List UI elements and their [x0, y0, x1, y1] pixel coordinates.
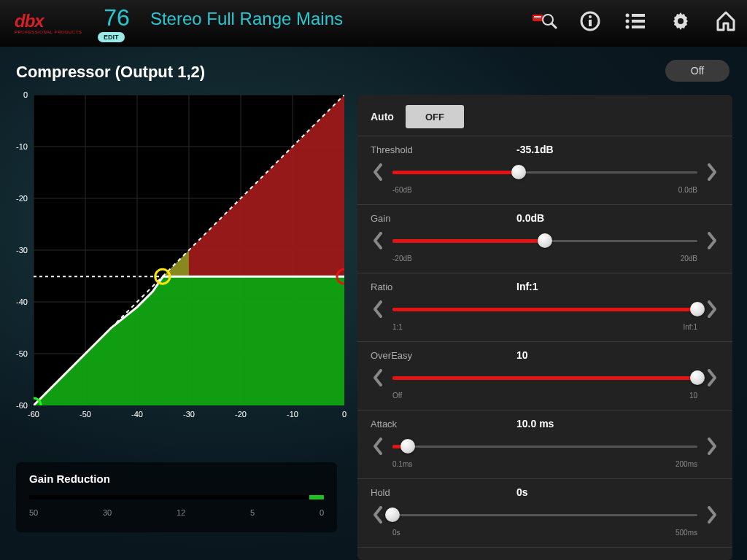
svg-rect-9: [632, 14, 645, 17]
param-min: 0s: [392, 529, 400, 537]
svg-point-12: [626, 26, 630, 29]
param-max: 10: [689, 392, 697, 400]
increment-button[interactable]: [705, 435, 719, 457]
param-name: Hold: [371, 487, 516, 498]
param-value: Inf:1: [516, 281, 538, 292]
preset-title: Stereo Full Range Mains: [150, 9, 343, 29]
param-slider[interactable]: [392, 370, 697, 385]
increment-button[interactable]: [705, 298, 719, 320]
param-max: 0.0dB: [678, 186, 697, 194]
decrement-button[interactable]: [371, 367, 385, 389]
gain-reduction-meter: [29, 495, 324, 499]
y-axis-tick: -20: [13, 194, 28, 203]
param-name: Threshold: [371, 144, 516, 155]
brand-name: dbx: [15, 12, 82, 30]
param-value: 0.0dB: [516, 212, 544, 224]
param-ratio: RatioInf:11:1Inf:1: [357, 273, 732, 342]
info-icon[interactable]: [578, 9, 603, 34]
decrement-button[interactable]: [371, 504, 385, 526]
edit-badge[interactable]: EDIT: [98, 32, 125, 42]
header-icon-group: [533, 9, 738, 34]
increment-button[interactable]: [705, 161, 719, 183]
svg-rect-13: [632, 26, 645, 28]
decrement-button[interactable]: [371, 230, 385, 252]
increment-button[interactable]: [705, 230, 719, 252]
param-value: -35.1dB: [516, 144, 554, 155]
gain-reduction-ticks: 50301250: [29, 508, 324, 517]
svg-rect-1: [534, 16, 541, 17]
param-slider[interactable]: [392, 439, 697, 454]
gear-icon[interactable]: [668, 9, 693, 34]
svg-line-4: [551, 23, 556, 28]
param-max: 500ms: [676, 529, 697, 537]
param-max: Inf:1: [684, 323, 697, 331]
auto-row: Auto OFF: [357, 95, 732, 136]
gain-reduction-panel: Gain Reduction 50301250: [16, 462, 337, 532]
param-name: OverEasy: [371, 350, 516, 361]
param-attack: Attack10.0 ms0.1ms200ms: [357, 411, 732, 479]
home-icon[interactable]: [713, 9, 738, 34]
y-axis-tick: -30: [13, 246, 28, 254]
param-min: -20dB: [392, 254, 412, 262]
param-max: 200ms: [676, 460, 697, 468]
decrement-button[interactable]: [371, 161, 385, 183]
param-value: 0s: [516, 486, 528, 498]
param-hold: Hold0s0s500ms: [357, 479, 732, 548]
page-title: Compressor (Output 1,2): [16, 63, 205, 82]
param-min: 1:1: [392, 323, 403, 331]
x-axis-tick: -10: [284, 410, 301, 419]
gain-reduction-title: Gain Reduction: [29, 472, 324, 485]
param-overeasy: OverEasy10Off10: [357, 342, 732, 411]
param-name: Ratio: [371, 281, 516, 292]
param-threshold: Threshold-35.1dB-60dB0.0dB: [357, 136, 732, 205]
x-axis-tick: -60: [25, 410, 42, 419]
y-axis-tick: 0: [13, 90, 28, 99]
param-slider[interactable]: [392, 233, 697, 248]
svg-point-6: [589, 15, 592, 18]
list-icon[interactable]: [623, 9, 648, 34]
svg-rect-7: [589, 20, 592, 26]
param-value: 10.0 ms: [516, 418, 554, 429]
param-value: 10: [516, 349, 528, 361]
param-min: 0.1ms: [392, 460, 412, 468]
param-gain: Gain0.0dB-20dB20dB: [357, 205, 732, 273]
brand-logo: dbx PROFESSIONAL PRODUCTS: [15, 12, 82, 34]
x-axis-tick: -30: [180, 410, 198, 419]
decrement-button[interactable]: [371, 298, 385, 320]
auto-toggle-button[interactable]: OFF: [406, 105, 464, 128]
param-slider[interactable]: [392, 302, 697, 316]
param-slider[interactable]: [392, 165, 697, 179]
increment-button[interactable]: [705, 504, 719, 526]
y-axis-tick: -60: [13, 401, 28, 410]
y-axis-tick: -10: [13, 142, 28, 151]
gain-reduction-tick: 50: [29, 508, 38, 517]
param-min: Off: [392, 392, 402, 400]
gain-reduction-tick: 5: [250, 508, 255, 517]
svg-point-8: [626, 14, 630, 18]
param-name: Gain: [371, 213, 516, 224]
gain-reduction-tick: 0: [320, 508, 324, 517]
parameter-panel: Auto OFF Threshold-35.1dB-60dB0.0dBGain0…: [357, 95, 732, 560]
y-axis-tick: -40: [13, 298, 28, 306]
app-header: dbx PROFESSIONAL PRODUCTS 76 EDIT Stereo…: [0, 0, 747, 47]
param-name: Attack: [371, 419, 516, 429]
x-axis-tick: -50: [77, 410, 94, 419]
bypass-toggle[interactable]: Off: [665, 60, 729, 82]
svg-point-10: [626, 20, 630, 23]
increment-button[interactable]: [705, 367, 719, 389]
param-max: 20dB: [681, 254, 697, 262]
auto-label: Auto: [371, 111, 394, 122]
svg-rect-2: [534, 18, 541, 18]
wizard-icon[interactable]: [533, 9, 557, 34]
gain-reduction-tick: 12: [177, 508, 185, 517]
gain-reduction-tick: 30: [103, 508, 112, 517]
param-slider[interactable]: [392, 508, 697, 522]
decrement-button[interactable]: [371, 435, 385, 457]
param-min: -60dB: [392, 186, 412, 194]
x-axis-tick: -40: [128, 410, 146, 419]
x-axis-tick: 0: [336, 410, 353, 419]
svg-rect-11: [632, 20, 645, 23]
x-axis-tick: -20: [232, 410, 249, 419]
compressor-graph[interactable]: -60-50-40-30-20-100 0-10-20-30-40-50-60: [16, 95, 344, 416]
svg-point-14: [678, 18, 684, 24]
